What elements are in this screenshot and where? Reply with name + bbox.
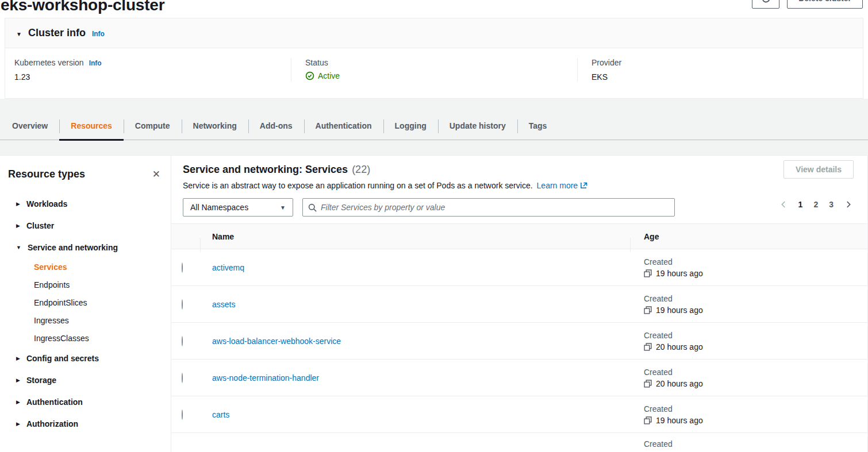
age-value: 19 hours ago xyxy=(656,416,703,425)
copy-icon[interactable] xyxy=(644,416,652,424)
sidebar-group-authentication[interactable]: ▶ Authentication xyxy=(8,391,162,413)
tab-tags[interactable]: Tags xyxy=(517,113,559,140)
sidebar-group-label: Cluster xyxy=(26,221,54,230)
tab-overview[interactable]: Overview xyxy=(1,113,59,140)
status-text: Active xyxy=(318,71,340,80)
eks-console-screen: eks-workshop-cluster Delete cluster ▼ Cl… xyxy=(0,0,868,452)
column-header-name[interactable]: Name xyxy=(200,232,630,241)
table-row: carts Created 19 hours ago xyxy=(171,396,867,433)
status-label: Status xyxy=(305,58,328,67)
table-header: Name Age xyxy=(171,223,867,249)
kubernetes-version-label: Kubernetes version xyxy=(14,58,84,67)
provider-field: Provider EKS xyxy=(577,58,863,82)
page-number-1[interactable]: 1 xyxy=(798,200,803,209)
sidebar-group-config-and-secrets[interactable]: ▶ Config and secrets xyxy=(8,347,162,369)
services-filter xyxy=(302,198,675,217)
next-page-icon[interactable] xyxy=(844,200,852,208)
services-main: Service and networking: Services (22) Vi… xyxy=(171,156,867,452)
pagination: 1 2 3 xyxy=(779,200,852,209)
tab-networking[interactable]: Networking xyxy=(182,113,248,140)
table-row-partial: Created xyxy=(171,433,867,452)
tab-add-ons[interactable]: Add-ons xyxy=(248,113,304,140)
sidebar-group-label: Authorization xyxy=(26,419,78,428)
header-actions: Delete cluster xyxy=(752,0,863,9)
previous-page-icon[interactable] xyxy=(779,200,788,208)
chevron-right-icon: ▶ xyxy=(16,421,20,427)
page-number-3[interactable]: 3 xyxy=(829,200,834,209)
tab-resources[interactable]: Resources xyxy=(59,113,124,140)
status-field: Status Active xyxy=(291,58,577,82)
page-header: eks-workshop-cluster Delete cluster xyxy=(0,0,868,15)
resource-types-title: Resource types xyxy=(8,168,85,180)
search-input[interactable] xyxy=(321,203,669,212)
learn-more-link[interactable]: Learn more xyxy=(537,181,588,190)
sidebar-group-cluster[interactable]: ▶ Cluster xyxy=(8,215,162,237)
created-label: Created xyxy=(644,404,867,414)
sidebar-group-service-and-networking[interactable]: ▼ Service and networking xyxy=(8,237,162,258)
tab-authentication[interactable]: Authentication xyxy=(304,113,383,140)
copy-icon[interactable] xyxy=(644,380,652,388)
cluster-info-title: Cluster info xyxy=(28,27,86,39)
kubernetes-version-value: 1.23 xyxy=(14,72,291,82)
age-value: 20 hours ago xyxy=(656,342,703,351)
copy-icon[interactable] xyxy=(644,269,652,277)
sidebar-item-endpointslices[interactable]: EndpointSlices xyxy=(8,294,162,312)
table-row: activemq Created 19 hours ago xyxy=(171,249,867,286)
chevron-right-icon: ▶ xyxy=(16,356,20,361)
service-link-aws-node-termination-handler[interactable]: aws-node-termination-handler xyxy=(212,373,319,383)
status-check-icon xyxy=(305,71,314,80)
view-details-label: View details xyxy=(796,165,842,174)
caret-down-icon: ▼ xyxy=(280,204,286,211)
column-header-age[interactable]: Age xyxy=(630,232,867,241)
sidebar-group-label: Authentication xyxy=(26,397,83,407)
service-link-aws-load-balancer-webhook-service[interactable]: aws-load-balancer-webhook-service xyxy=(212,337,341,346)
sidebar-item-ingressclasses[interactable]: IngressClasses xyxy=(8,330,162,347)
tab-compute[interactable]: Compute xyxy=(124,113,182,140)
row-radio-button[interactable] xyxy=(182,373,183,383)
service-link-activemq[interactable]: activemq xyxy=(212,263,244,272)
content-area: Overview Resources Compute Networking Ad… xyxy=(0,99,868,452)
sidebar-group-storage[interactable]: ▶ Storage xyxy=(8,369,162,391)
tab-update-history[interactable]: Update history xyxy=(438,113,517,140)
cluster-info-header[interactable]: ▼ Cluster info Info xyxy=(5,18,863,48)
service-link-assets[interactable]: assets xyxy=(212,300,235,309)
created-label: Created xyxy=(644,257,867,266)
resources-panel: Resource types ✕ ▶ Workloads ▶ Cluster ▼… xyxy=(0,155,868,452)
external-link-icon xyxy=(580,182,587,190)
sidebar-group-workloads[interactable]: ▶ Workloads xyxy=(8,193,162,215)
row-radio-button[interactable] xyxy=(182,336,183,346)
page-number-2[interactable]: 2 xyxy=(813,200,818,209)
resource-type-tree: ▶ Workloads ▶ Cluster ▼ Service and netw… xyxy=(8,193,162,435)
view-details-button[interactable]: View details xyxy=(783,160,854,179)
refresh-icon xyxy=(761,0,771,3)
sidebar-group-label: Config and secrets xyxy=(26,354,99,363)
row-radio-button[interactable] xyxy=(182,409,183,420)
copy-icon[interactable] xyxy=(644,306,652,314)
copy-icon[interactable] xyxy=(644,343,652,351)
cluster-info-info-link[interactable]: Info xyxy=(92,30,105,38)
cluster-info-body: Kubernetes version Info 1.23 Status Acti… xyxy=(5,48,863,98)
services-section-title: Service and networking: Services xyxy=(183,164,348,176)
sidebar-group-label: Storage xyxy=(26,376,56,385)
row-radio-button[interactable] xyxy=(182,262,183,273)
chevron-right-icon: ▶ xyxy=(16,377,20,383)
sidebar-item-services[interactable]: Services xyxy=(8,258,162,276)
refresh-button[interactable] xyxy=(752,0,779,9)
delete-cluster-button[interactable]: Delete cluster xyxy=(787,0,863,9)
created-label: Created xyxy=(644,331,867,340)
chevron-right-icon: ▶ xyxy=(16,201,20,207)
search-icon xyxy=(308,203,317,212)
close-icon[interactable]: ✕ xyxy=(151,168,162,180)
tab-logging[interactable]: Logging xyxy=(383,113,438,140)
sidebar-item-ingresses[interactable]: Ingresses xyxy=(8,312,162,330)
row-radio-button[interactable] xyxy=(182,299,183,310)
namespace-select[interactable]: All Namespaces ▼ xyxy=(183,198,293,217)
kubernetes-version-info-link[interactable]: Info xyxy=(89,59,102,67)
sidebar-group-label: Workloads xyxy=(26,199,67,208)
chevron-right-icon: ▶ xyxy=(16,223,20,229)
sidebar-item-endpoints[interactable]: Endpoints xyxy=(8,276,162,294)
expand-collapse-icon: ▼ xyxy=(16,31,22,37)
resource-types-sidebar: Resource types ✕ ▶ Workloads ▶ Cluster ▼… xyxy=(0,156,171,452)
service-link-carts[interactable]: carts xyxy=(212,410,229,419)
sidebar-group-authorization[interactable]: ▶ Authorization xyxy=(8,413,162,435)
